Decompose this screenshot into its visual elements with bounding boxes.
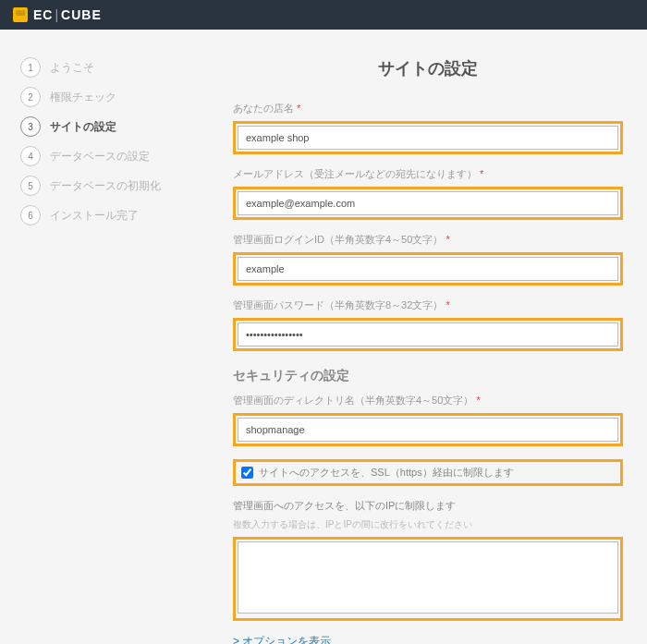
step-welcome: 1ようこそ	[20, 57, 205, 78]
highlight	[233, 187, 623, 220]
logo-icon	[13, 7, 28, 22]
step-label: インストール完了	[50, 208, 139, 224]
step-site-settings: 3サイトの設定	[20, 116, 205, 137]
show-options-link[interactable]: > オプションを表示	[233, 634, 331, 644]
ssl-restrict-row: サイトへのアクセスを、SSL（https）経由に制限します	[238, 464, 618, 481]
step-label: データベースの初期化	[50, 178, 161, 194]
step-permission-check: 2権限チェック	[20, 87, 205, 107]
email-input[interactable]	[238, 191, 618, 215]
highlight	[233, 413, 623, 446]
highlight	[233, 537, 623, 621]
admin-login-id-input[interactable]	[238, 257, 618, 281]
install-steps-sidebar: 1ようこそ 2権限チェック 3サイトの設定 4データベースの設定 5データベース…	[20, 57, 205, 644]
highlight	[233, 121, 623, 154]
main-form: サイトの設定 あなたの店名 * メールアドレス（受注メールなどの宛先になります）…	[205, 57, 630, 644]
highlight	[233, 318, 623, 351]
page-title: サイトの設定	[233, 57, 623, 79]
logo-text: EC|CUBE	[33, 7, 102, 22]
ip-restrict-helper: 複数入力する場合は、IPとIPの間に改行をいれてください	[233, 518, 623, 531]
step-install-complete: 6インストール完了	[20, 205, 205, 225]
admin-password-input[interactable]	[238, 322, 618, 346]
admin-login-id-label: 管理画面ログインID（半角英数字4～50文字） *	[233, 233, 623, 247]
email-label: メールアドレス（受注メールなどの宛先になります） *	[233, 167, 623, 181]
ssl-restrict-checkbox[interactable]	[241, 467, 253, 479]
step-label: ようこそ	[50, 60, 94, 76]
step-label: データベースの設定	[50, 149, 150, 164]
app-header: EC|CUBE	[0, 0, 647, 30]
ip-restrict-textarea[interactable]	[238, 541, 618, 614]
step-database-settings: 4データベースの設定	[20, 146, 205, 166]
highlight	[233, 252, 623, 286]
shop-name-input[interactable]	[238, 126, 618, 150]
step-database-init: 5データベースの初期化	[20, 176, 205, 196]
highlight: サイトへのアクセスを、SSL（https）経由に制限します	[233, 459, 623, 486]
admin-dir-label: 管理画面のディレクトリ名（半角英数字4～50文字） *	[233, 394, 623, 407]
step-label: サイトの設定	[50, 119, 116, 135]
ip-restrict-label: 管理画面へのアクセスを、以下のIPに制限します	[233, 499, 623, 513]
security-section-title: セキュリティの設定	[233, 368, 623, 384]
admin-dir-input[interactable]	[238, 418, 618, 442]
admin-password-label: 管理画面パスワード（半角英数字8～32文字） *	[233, 298, 623, 312]
ssl-restrict-label: サイトへのアクセスを、SSL（https）経由に制限します	[259, 466, 514, 480]
step-label: 権限チェック	[50, 90, 116, 105]
shop-name-label: あなたの店名 *	[233, 102, 623, 115]
